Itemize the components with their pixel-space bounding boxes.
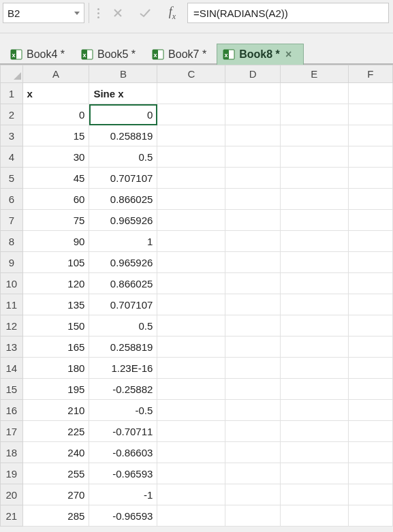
cell[interactable] [348, 189, 392, 210]
cell[interactable] [225, 442, 280, 463]
cell[interactable] [348, 125, 392, 146]
cell[interactable]: 0.866025 [89, 273, 157, 294]
cell[interactable]: Sine x [89, 83, 157, 104]
row-header[interactable]: 16 [1, 400, 23, 421]
cell[interactable]: 1 [89, 231, 157, 252]
cell[interactable] [348, 421, 392, 442]
cell[interactable]: -0.86603 [89, 442, 157, 463]
cell[interactable] [225, 358, 280, 379]
cell[interactable] [157, 168, 225, 189]
cell[interactable] [225, 125, 280, 146]
cell[interactable] [348, 168, 392, 189]
row-header[interactable]: 11 [1, 294, 23, 315]
cell[interactable] [348, 337, 392, 358]
cell[interactable] [157, 210, 225, 231]
cell[interactable] [348, 505, 392, 527]
cell[interactable]: 0 [22, 104, 89, 125]
row-header[interactable]: 5 [1, 168, 23, 189]
cell[interactable] [157, 231, 225, 252]
cell[interactable] [348, 379, 392, 400]
row-header[interactable]: 17 [1, 421, 23, 442]
cell[interactable]: 15 [22, 125, 89, 146]
cell[interactable] [348, 210, 392, 231]
cell[interactable]: 225 [22, 421, 89, 442]
cell[interactable]: 180 [22, 358, 89, 379]
cell[interactable] [225, 189, 280, 210]
cell[interactable] [225, 421, 280, 442]
column-header[interactable]: B [89, 65, 157, 83]
cell[interactable] [280, 294, 348, 315]
cell[interactable] [280, 315, 348, 337]
row-header[interactable]: 12 [1, 315, 23, 337]
kebab-icon[interactable] [93, 3, 103, 23]
cell[interactable] [225, 146, 280, 168]
cell[interactable] [348, 104, 392, 125]
cell[interactable] [225, 379, 280, 400]
row-header[interactable]: 20 [1, 484, 23, 505]
cell[interactable] [225, 484, 280, 505]
cell[interactable]: 60 [22, 189, 89, 210]
cell[interactable] [225, 252, 280, 273]
cell[interactable] [280, 104, 348, 125]
cell[interactable] [225, 337, 280, 358]
row-header[interactable]: 2 [1, 104, 23, 125]
cell[interactable]: 30 [22, 146, 89, 168]
row-header[interactable]: 9 [1, 252, 23, 273]
cell[interactable] [348, 484, 392, 505]
cell[interactable] [280, 358, 348, 379]
cell[interactable] [280, 210, 348, 231]
cell[interactable] [280, 379, 348, 400]
cell[interactable]: 0.707107 [89, 168, 157, 189]
cell[interactable] [225, 400, 280, 421]
cell[interactable] [280, 146, 348, 168]
column-header[interactable]: A [22, 65, 89, 83]
cell[interactable] [225, 463, 280, 484]
cell[interactable] [280, 168, 348, 189]
cell[interactable] [348, 463, 392, 484]
cell[interactable] [157, 400, 225, 421]
row-header[interactable]: 10 [1, 273, 23, 294]
cell[interactable] [157, 315, 225, 337]
cell[interactable]: 195 [22, 379, 89, 400]
cell[interactable] [280, 463, 348, 484]
column-header[interactable]: E [280, 65, 348, 83]
cell[interactable] [348, 231, 392, 252]
cell[interactable] [280, 231, 348, 252]
cell[interactable]: -1 [89, 484, 157, 505]
cell[interactable]: 0 [89, 104, 157, 125]
cell[interactable]: -0.70711 [89, 421, 157, 442]
cell[interactable] [225, 294, 280, 315]
cell[interactable] [157, 463, 225, 484]
cell[interactable]: 0.5 [89, 146, 157, 168]
cell[interactable] [280, 189, 348, 210]
cell[interactable]: 0.965926 [89, 252, 157, 273]
close-tab-icon[interactable]: × [284, 48, 294, 61]
cell[interactable] [225, 315, 280, 337]
cell[interactable] [280, 125, 348, 146]
cell[interactable] [225, 505, 280, 527]
cell[interactable] [280, 273, 348, 294]
cell[interactable] [348, 294, 392, 315]
row-header[interactable]: 14 [1, 358, 23, 379]
workbook-tab[interactable]: x Book5 * [75, 44, 146, 65]
workbook-tab[interactable]: x Book4 * [4, 44, 75, 65]
cell[interactable]: 0.707107 [89, 294, 157, 315]
row-header[interactable]: 15 [1, 379, 23, 400]
cell[interactable]: 285 [22, 505, 89, 527]
cell[interactable]: 0.5 [89, 315, 157, 337]
cell[interactable] [157, 358, 225, 379]
name-box[interactable]: B2 [3, 3, 84, 23]
cell[interactable] [157, 104, 225, 125]
cell[interactable]: 1.23E-16 [89, 358, 157, 379]
fx-button[interactable]: fx [160, 3, 185, 23]
cell[interactable]: 240 [22, 442, 89, 463]
cell[interactable] [348, 146, 392, 168]
cell[interactable] [225, 231, 280, 252]
row-header[interactable]: 3 [1, 125, 23, 146]
spreadsheet-grid[interactable]: A B C D E F 1xSine x2003150.2588194300.5… [0, 65, 393, 527]
cell[interactable]: -0.96593 [89, 505, 157, 527]
cell[interactable] [225, 168, 280, 189]
cell[interactable]: 75 [22, 210, 89, 231]
cell[interactable] [348, 252, 392, 273]
row-header[interactable]: 8 [1, 231, 23, 252]
